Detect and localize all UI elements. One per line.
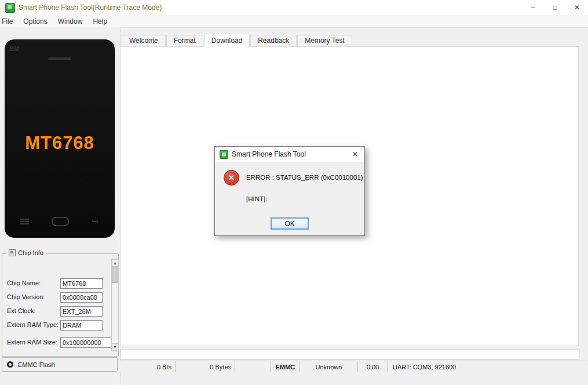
ram-size-label: Extern RAM Size:	[7, 339, 57, 346]
status-empty	[235, 361, 271, 372]
minimize-button[interactable]: –	[522, 0, 544, 15]
error-icon	[224, 170, 239, 186]
ext-clock-value: EXT_26M	[60, 306, 103, 317]
phone-menu-icon	[20, 217, 29, 226]
status-speed: 0 B/s	[120, 361, 176, 372]
tab-readback[interactable]: Readback	[250, 35, 297, 46]
close-button[interactable]: ✕	[566, 0, 588, 15]
status-storage: EMMC	[271, 361, 300, 372]
chip-name-value: MT6768	[60, 278, 103, 289]
storage-icon	[7, 361, 13, 368]
chip-icon	[9, 249, 16, 256]
error-dialog: Smart Phone Flash Tool ✕ ERROR : STATUS_…	[214, 146, 365, 236]
ext-clock-label: Ext Clock:	[7, 307, 36, 314]
chip-version-label: Chip Version:	[7, 293, 45, 300]
menu-help[interactable]: Help	[87, 17, 112, 26]
status-time: 0:00	[358, 361, 388, 372]
scroll-thumb[interactable]	[112, 267, 118, 283]
chip-version-value: 0x0000ca00	[60, 292, 103, 303]
ram-type-value: DRAM	[60, 320, 103, 330]
window-title: Smart Phone Flash Tool(Runtime Trace Mod…	[19, 3, 162, 12]
title-bar: Smart Phone Flash Tool(Runtime Trace Mod…	[0, 0, 588, 16]
ok-button[interactable]: OK	[271, 217, 309, 230]
menu-bar: File Options Window Help	[0, 15, 588, 28]
chip-name-label: Chip Name:	[7, 279, 41, 286]
tab-memory-test[interactable]: Memory Test	[297, 35, 352, 46]
status-bar: 0 B/s 0 Bytes EMMC Unknown 0:00 UART: CO…	[120, 361, 588, 372]
ram-type-label: Extern RAM Type:	[7, 321, 59, 328]
app-icon	[5, 3, 15, 13]
tab-download[interactable]: Download	[204, 34, 250, 47]
chip-info-group: Chip Info Chip Name: MT6768 Chip Version…	[2, 253, 119, 357]
menu-options[interactable]: Options	[18, 17, 52, 26]
progress-bar	[120, 350, 579, 360]
window-controls: – □ ✕	[522, 0, 588, 15]
dialog-title-bar: Smart Phone Flash Tool ✕	[215, 147, 364, 162]
phone-back-icon: ↩	[92, 216, 99, 227]
dialog-error-text: ERROR : STATUS_ERR (0xC0010001)	[246, 174, 363, 181]
phone-home-icon	[52, 217, 69, 226]
phone-watermark: BM	[10, 46, 19, 52]
maximize-button[interactable]: □	[544, 0, 566, 15]
storage-type-box: EMMC Flash	[2, 357, 118, 372]
phone-speaker	[48, 57, 71, 60]
dialog-close-button[interactable]: ✕	[346, 147, 364, 162]
chip-info-legend: Chip Info	[6, 249, 46, 256]
menu-file[interactable]: File	[0, 17, 18, 26]
ram-size-value: 0x100000000	[60, 337, 112, 348]
status-state: Unknown	[300, 361, 358, 372]
menu-window[interactable]: Window	[53, 17, 88, 26]
chip-info-title: Chip Info	[18, 249, 43, 256]
phone-graphic: BM MT6768 ↩	[5, 39, 115, 238]
app-window: Smart Phone Flash Tool(Runtime Trace Mod…	[0, 0, 588, 385]
dialog-title: Smart Phone Flash Tool	[232, 150, 306, 158]
tab-format[interactable]: Format	[166, 35, 203, 46]
phone-chip-label: MT6768	[5, 133, 114, 154]
status-port: UART: COM3, 921600	[388, 361, 588, 372]
chip-info-scrollbar[interactable]	[111, 259, 119, 351]
storage-type-label: EMMC Flash	[18, 361, 55, 368]
scroll-up-icon[interactable]	[112, 259, 118, 267]
tab-welcome[interactable]: Welcome	[122, 35, 166, 46]
left-panel: BM MT6768 ↩ Chip Info Chip Name: MT6768 …	[0, 27, 120, 385]
tab-bar: Welcome Format Download Readback Memory …	[122, 34, 353, 46]
scroll-down-icon[interactable]	[112, 343, 118, 351]
phone-nav-bar: ↩	[5, 216, 114, 227]
status-bytes: 0 Bytes	[176, 361, 235, 372]
app-icon	[220, 150, 228, 159]
dialog-hint-text: [HINT]:	[246, 195, 267, 202]
